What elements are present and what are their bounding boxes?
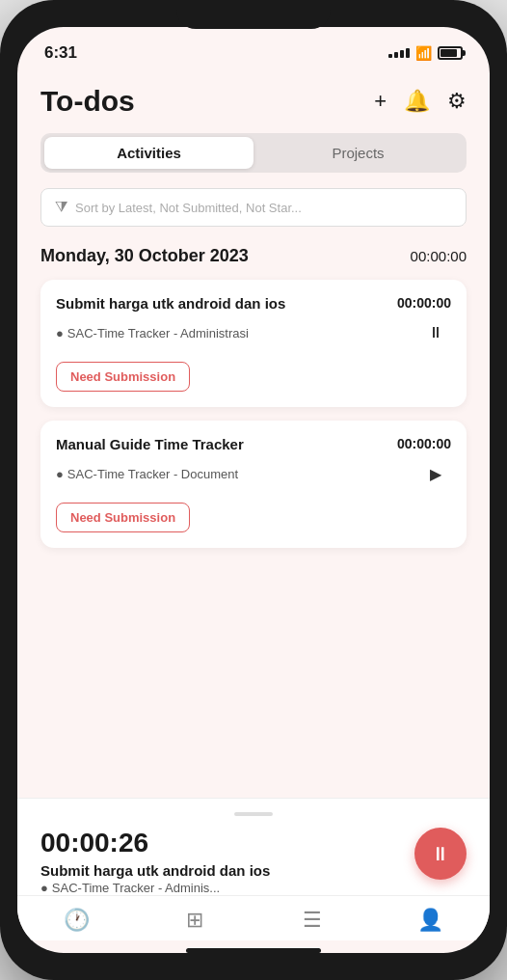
wifi-icon: 📶 — [415, 45, 432, 61]
profile-icon: 👤 — [417, 908, 443, 933]
bottom-panel: 00:00:26 Submit harga utk android dan io… — [17, 798, 490, 895]
add-button[interactable]: + — [374, 89, 387, 114]
notch — [176, 0, 331, 29]
bottom-timer: 00:00:26 — [40, 828, 270, 858]
date-header: Monday, 30 October 2023 00:00:00 — [40, 246, 467, 266]
bottom-pause-icon: ⏸ — [431, 843, 450, 865]
bullet-icon-2: ● — [56, 467, 64, 481]
filter-bar[interactable]: ⧩ Sort by Latest, Not Submitted, Not Sta… — [40, 188, 467, 227]
date-total-time: 00:00:00 — [411, 248, 467, 264]
nav-item-timer[interactable]: 🕐 — [17, 908, 136, 933]
notification-bell-icon[interactable]: 🔔 — [404, 89, 430, 114]
task-time-1: 00:00:00 — [397, 295, 451, 311]
header: To-dos + 🔔 ⚙ — [40, 69, 467, 133]
settings-gear-icon[interactable]: ⚙ — [447, 89, 467, 114]
status-time: 6:31 — [44, 43, 77, 63]
header-actions: + 🔔 ⚙ — [374, 89, 467, 114]
task-time-2: 00:00:00 — [397, 436, 451, 451]
bottom-bullet-icon: ● — [40, 881, 48, 895]
tab-bar: Activities Projects — [40, 133, 467, 173]
nav-item-grid[interactable]: ⊞ — [136, 908, 254, 933]
tab-projects[interactable]: Projects — [254, 137, 463, 169]
status-bar: 6:31 📶 — [17, 27, 490, 69]
signal-icon — [388, 48, 410, 58]
task-project-name-2: ● SAC-Time Tracker - Document — [56, 467, 238, 481]
grid-icon: ⊞ — [186, 908, 203, 933]
nav-item-profile[interactable]: 👤 — [372, 908, 491, 933]
bullet-icon: ● — [56, 326, 64, 340]
play-icon: ▶ — [430, 465, 441, 483]
main-content: To-dos + 🔔 ⚙ Activities Projects ⧩ Sort … — [17, 69, 490, 798]
nav-item-list[interactable]: ☰ — [254, 908, 372, 933]
drag-indicator — [234, 812, 273, 816]
bottom-task-title: Submit harga utk android dan ios — [40, 862, 270, 879]
battery-icon — [438, 46, 463, 60]
bottom-info: 00:00:26 Submit harga utk android dan io… — [40, 828, 270, 895]
task-header-2: Manual Guide Time Tracker 00:00:00 — [56, 436, 451, 452]
task-project-name-1: ● SAC-Time Tracker - Administrasi — [56, 326, 249, 340]
task-pause-button-1[interactable]: ⏸ — [420, 317, 451, 348]
filter-icon: ⧩ — [55, 199, 67, 216]
phone-screen: 6:31 📶 To-dos + 🔔 — [17, 27, 490, 953]
status-icons: 📶 — [388, 45, 463, 61]
tab-activities[interactable]: Activities — [44, 137, 254, 169]
task-card-2: Manual Guide Time Tracker 00:00:00 ● SAC… — [40, 421, 467, 548]
task-header-1: Submit harga utk android dan ios 00:00:0… — [56, 295, 451, 312]
filter-text: Sort by Latest, Not Submitted, Not Star.… — [75, 201, 452, 215]
bottom-row: 00:00:26 Submit harga utk android dan io… — [40, 828, 467, 895]
task-project-row-2: ● SAC-Time Tracker - Document ▶ — [56, 458, 451, 489]
clock-icon: 🕐 — [64, 908, 90, 933]
bottom-pause-button[interactable]: ⏸ — [414, 828, 467, 880]
home-indicator — [186, 948, 321, 953]
date-label: Monday, 30 October 2023 — [40, 246, 249, 266]
task-title-2: Manual Guide Time Tracker — [56, 436, 389, 452]
pause-icon: ⏸ — [428, 324, 443, 341]
list-icon: ☰ — [303, 908, 322, 933]
bottom-project: ● SAC-Time Tracker - Adminis... — [40, 881, 270, 895]
task-play-button-2[interactable]: ▶ — [420, 458, 451, 489]
need-submission-badge-2[interactable]: Need Submission — [56, 503, 190, 532]
phone-frame: 6:31 📶 To-dos + 🔔 — [0, 0, 507, 980]
need-submission-badge-1[interactable]: Need Submission — [56, 362, 190, 392]
task-project-row-1: ● SAC-Time Tracker - Administrasi ⏸ — [56, 317, 451, 348]
task-title-1: Submit harga utk android dan ios — [56, 295, 389, 312]
nav-bar: 🕐 ⊞ ☰ 👤 — [17, 895, 490, 940]
task-card-1: Submit harga utk android dan ios 00:00:0… — [40, 280, 467, 407]
page-title: To-dos — [40, 85, 135, 118]
